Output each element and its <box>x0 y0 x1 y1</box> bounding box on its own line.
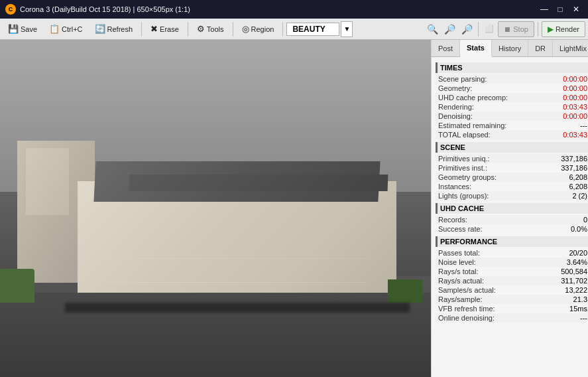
grass-left <box>0 269 34 303</box>
stat-value: 500,584 <box>561 267 587 275</box>
stat-row: Geometry:0:00:00 <box>436 84 588 93</box>
save-icon: 💾 <box>8 24 19 34</box>
stat-label: UHD cache precomp: <box>438 94 508 102</box>
building-left-upper <box>26 148 69 216</box>
stat-row: Scene parsing:0:00:00 <box>436 74 588 84</box>
stat-label: Samples/s actual: <box>438 286 496 294</box>
stat-value: 311,702 <box>561 277 587 285</box>
stat-value: 13,222 <box>565 286 587 294</box>
zoom-in-button[interactable]: 🔎 <box>441 21 457 37</box>
region-icon: ◎ <box>242 24 249 34</box>
separator-4 <box>282 22 283 37</box>
beauty-label: BEAUTY <box>286 23 339 36</box>
stat-value: 3.64% <box>567 258 587 266</box>
app-icon: C <box>5 4 16 15</box>
tab-post[interactable]: Post <box>432 40 460 56</box>
render-viewport <box>0 40 431 377</box>
stat-label: TOTAL elapsed: <box>438 131 491 139</box>
tools-icon: ⚙ <box>197 24 205 34</box>
stat-row: Records:0 <box>436 215 588 224</box>
right-panel: Post Stats History DR LightMix TIMESScen… <box>431 40 588 377</box>
stat-label: Online denoising: <box>438 314 495 322</box>
erase-icon: ✖ <box>150 24 158 34</box>
stat-row: TOTAL elapsed:0:03:43 <box>436 130 588 139</box>
stat-label: Passes total: <box>438 249 480 257</box>
stat-row: Rays/s total:500,584 <box>436 267 588 276</box>
tab-dr[interactable]: DR <box>528 40 553 56</box>
stat-row: Geometry groups:6,208 <box>436 173 588 182</box>
stat-row: Denoising:0:00:00 <box>436 112 588 121</box>
ctrlc-button[interactable]: 📋 Ctrl+C <box>44 21 88 37</box>
main-content: Post Stats History DR LightMix TIMESScen… <box>0 40 588 377</box>
stat-label: Rendering: <box>438 103 474 111</box>
window-line-1 <box>108 282 367 283</box>
tab-history[interactable]: History <box>492 40 528 56</box>
region-button[interactable]: ◎ Region <box>237 21 280 37</box>
stat-row: Primitives inst.:337,186 <box>436 163 588 173</box>
stat-row: Instances:6,208 <box>436 182 588 191</box>
tab-lightmix[interactable]: LightMix <box>553 40 588 56</box>
stat-row: Online denoising:--- <box>436 313 588 323</box>
tools-button[interactable]: ⚙ Tools <box>192 21 229 37</box>
stop-button[interactable]: ⏹ Stop <box>498 21 534 37</box>
stat-value: --- <box>580 314 587 322</box>
tab-stats[interactable]: Stats <box>460 40 492 57</box>
section-header-3: PERFORMANCE <box>436 236 588 247</box>
building-shadow <box>65 303 410 313</box>
stat-label: Rays/sample: <box>438 295 483 303</box>
minimize-button[interactable]: — <box>538 4 551 15</box>
toolbar: 💾 Save 📋 Ctrl+C 🔄 Refresh ✖ Erase ⚙ Tool… <box>0 19 588 40</box>
grass-right <box>388 279 422 303</box>
stat-row: Estimated remaining:--- <box>436 121 588 130</box>
stat-value: 0.0% <box>571 225 587 233</box>
refresh-icon: 🔄 <box>95 24 105 34</box>
stat-value: 0:00:00 <box>563 84 587 92</box>
stat-label: Noise level: <box>438 258 476 266</box>
window-line-2 <box>108 258 367 259</box>
stat-value: 15ms <box>569 305 587 313</box>
separator-3 <box>233 22 233 37</box>
zoom-out-button[interactable]: 🔎 <box>459 21 475 37</box>
stop-icon: ⏹ <box>504 25 511 33</box>
section-header-1: SCENE <box>436 142 588 153</box>
stat-label: VFB refresh time: <box>438 305 495 313</box>
close-button[interactable]: ✕ <box>569 4 583 15</box>
render-icon: ▶ <box>548 25 554 34</box>
color-swatch: ⬜ <box>482 25 497 33</box>
stat-row: Success rate:0.0% <box>436 224 588 234</box>
tab-bar: Post Stats History DR LightMix <box>432 40 588 57</box>
separator-2 <box>188 22 188 37</box>
stat-label: Primitives inst.: <box>438 164 487 172</box>
stat-row: Rays/s actual:311,702 <box>436 276 588 285</box>
stat-label: Geometry groups: <box>438 173 497 181</box>
stat-label: Estimated remaining: <box>438 121 506 129</box>
stat-row: Lights (groups):2 (2) <box>436 191 588 200</box>
stat-label: Geometry: <box>438 84 472 92</box>
stat-value: 0:00:00 <box>563 75 587 83</box>
stat-value: 0:00:00 <box>563 112 587 120</box>
stat-label: Lights (groups): <box>438 192 489 200</box>
maximize-button[interactable]: □ <box>554 4 567 15</box>
stat-row: Samples/s actual:13,222 <box>436 285 588 295</box>
stat-row: Rays/sample:21.3 <box>436 295 588 304</box>
building-roof-overhang <box>129 175 388 191</box>
separator-5 <box>478 22 479 37</box>
stat-value: 6,208 <box>569 183 587 190</box>
stat-value: 0:03:43 <box>563 103 587 111</box>
zoom-fit-button[interactable]: 🔍 <box>424 21 440 37</box>
save-button[interactable]: 💾 Save <box>3 21 42 37</box>
beauty-dropdown[interactable]: ▼ <box>341 21 353 37</box>
render-button[interactable]: ▶ Render <box>542 21 585 37</box>
erase-button[interactable]: ✖ Erase <box>145 21 184 37</box>
stat-value: 21.3 <box>573 295 587 303</box>
stat-label: Success rate: <box>438 225 483 233</box>
copy-icon: 📋 <box>49 24 60 34</box>
refresh-button[interactable]: 🔄 Refresh <box>89 21 139 37</box>
stat-row: Noise level:3.64% <box>436 258 588 267</box>
separator-6 <box>538 22 538 37</box>
stat-value: 0:00:00 <box>563 94 587 102</box>
stats-panel: TIMESScene parsing:0:00:00Geometry:0:00:… <box>432 57 588 377</box>
stat-value: 0:03:43 <box>563 131 587 139</box>
section-header-0: TIMES <box>436 62 588 73</box>
stat-label: Instances: <box>438 183 471 190</box>
